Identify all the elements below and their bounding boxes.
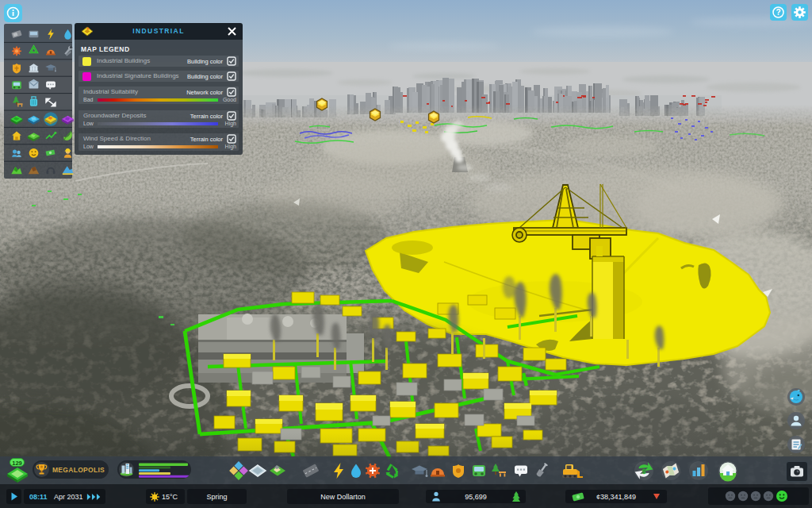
svg-text:?: ? [776, 8, 780, 17]
svg-text:$: $ [642, 468, 645, 475]
